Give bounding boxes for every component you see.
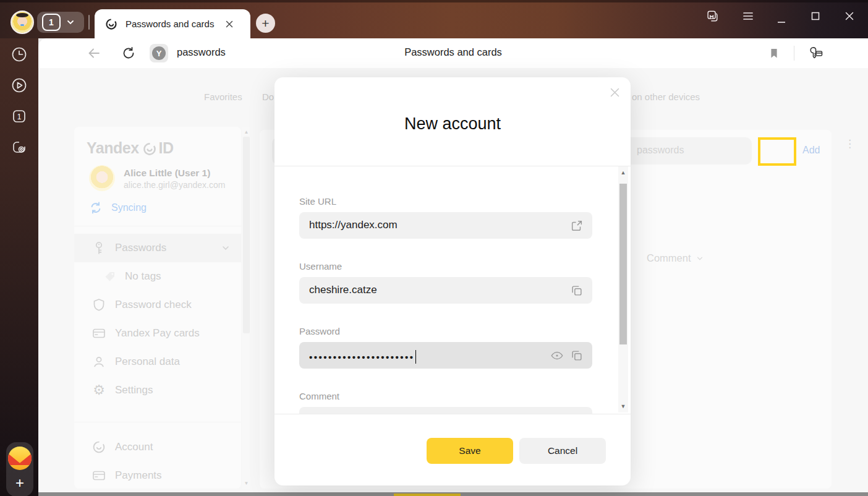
external-link-icon[interactable] xyxy=(570,219,584,233)
scrollbar-thumb[interactable] xyxy=(619,184,627,344)
browser-menu-icon[interactable] xyxy=(739,7,757,25)
new-tab-button[interactable]: + xyxy=(256,14,275,33)
copy-icon[interactable] xyxy=(570,284,584,297)
add-button-highlight-box xyxy=(758,137,796,166)
passwords-cards-icon[interactable] xyxy=(807,45,825,62)
back-arrow-icon[interactable] xyxy=(85,45,103,62)
scroll-up-icon[interactable]: ▲ xyxy=(618,169,628,176)
password-input[interactable]: •••••••••••••••••••••• xyxy=(299,342,592,369)
copy-icon[interactable] xyxy=(570,349,584,362)
tab-title: Passwords and cards xyxy=(126,19,214,29)
modal-close-icon[interactable] xyxy=(607,85,622,100)
chevron-down-icon xyxy=(66,18,75,27)
modal-title: New account xyxy=(274,114,631,134)
screenshot-icon[interactable] xyxy=(11,139,28,156)
media-play-icon[interactable] xyxy=(11,77,28,94)
dock-add-icon[interactable]: + xyxy=(6,472,33,494)
save-button[interactable]: Save xyxy=(427,438,513,464)
yandex-id-icon xyxy=(104,17,118,31)
address-url[interactable]: passwords xyxy=(177,46,226,58)
browser-side-rail: 1 + ● ● ● xyxy=(0,38,38,496)
bookmark-icon[interactable] xyxy=(765,45,783,62)
modal-form-scroll-area: Site URL https://yandex.com Username che… xyxy=(274,166,631,414)
new-account-modal: New account Site URL https://yandex.com … xyxy=(274,77,631,485)
text-caret xyxy=(415,350,417,364)
browser-tab-active[interactable]: Passwords and cards xyxy=(95,9,250,38)
cancel-button[interactable]: Cancel xyxy=(519,438,606,464)
browser-toolbar: Passwords and cards Y passwords xyxy=(38,38,868,68)
site-url-label: Site URL xyxy=(299,196,336,207)
minimize-button[interactable] xyxy=(773,11,790,28)
eye-icon[interactable] xyxy=(550,349,564,362)
username-value: cheshire.catze xyxy=(309,284,377,296)
sidebar-dock: + xyxy=(6,442,33,496)
titlebar-separator xyxy=(88,15,90,30)
site-url-input[interactable]: https://yandex.com xyxy=(299,212,592,239)
password-value: •••••••••••••••••••••• xyxy=(309,350,416,364)
side-panels-icon[interactable] xyxy=(704,7,721,25)
comment-input[interactable] xyxy=(299,407,592,414)
username-label: Username xyxy=(299,261,342,272)
close-button[interactable] xyxy=(841,7,858,25)
tab-group-button[interactable]: 1 xyxy=(37,12,84,33)
maximize-button[interactable] xyxy=(807,7,824,25)
titlebar-top-strip xyxy=(0,0,868,2)
site-badge-letter: Y xyxy=(152,46,166,60)
username-input[interactable]: cheshire.catze xyxy=(299,277,592,304)
svg-text:1: 1 xyxy=(17,113,22,121)
site-badge-icon[interactable]: Y xyxy=(150,44,168,62)
password-label: Password xyxy=(299,326,340,336)
comment-label: Comment xyxy=(299,391,339,401)
yandex-mail-logo-icon[interactable] xyxy=(8,447,32,470)
scroll-down-icon[interactable]: ▼ xyxy=(618,403,628,409)
history-clock-icon[interactable] xyxy=(11,46,28,63)
tab-close-icon[interactable] xyxy=(225,20,234,28)
toolbar-separator xyxy=(794,46,794,61)
refresh-icon[interactable] xyxy=(120,45,137,62)
site-url-value: https://yandex.com xyxy=(309,219,398,231)
tabs-count-icon[interactable]: 1 xyxy=(11,108,28,125)
window-titlebar: 1 Passwords and cards + xyxy=(0,0,868,38)
modal-scrollbar[interactable]: ▲ ▼ xyxy=(618,166,628,413)
profile-avatar[interactable] xyxy=(11,11,34,34)
tab-count-badge: 1 xyxy=(42,14,61,31)
bottom-highlight-strip xyxy=(394,494,461,496)
